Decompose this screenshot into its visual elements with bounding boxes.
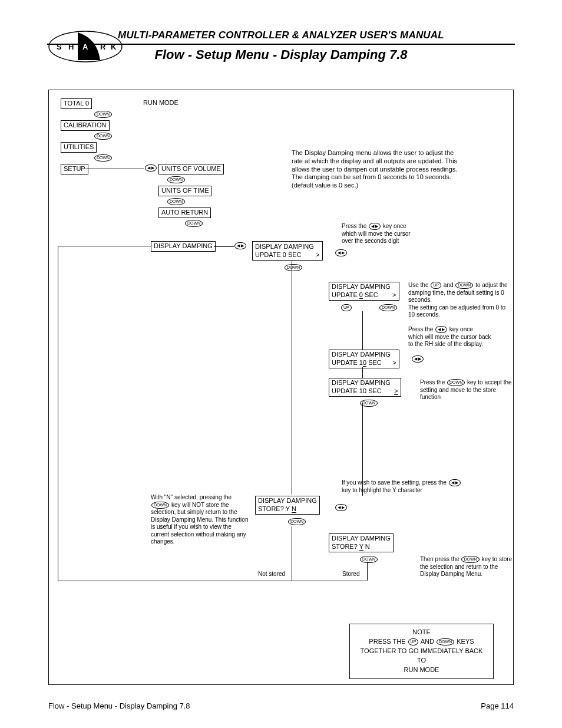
lr-key-icon: ◀ ▶	[335, 249, 347, 256]
stored-label: Stored	[342, 571, 359, 578]
dd1-line1: DISPLAY DAMPING	[255, 242, 320, 251]
menu-total: TOTAL 0	[61, 98, 92, 109]
store1-line2: STORE? Y N	[258, 505, 317, 513]
then-press-down: Then press the DOWN key to store the sel…	[420, 556, 514, 578]
down-key-icon: DOWN	[94, 111, 112, 118]
intro-text: The Display Damping menu allows the user…	[292, 149, 462, 190]
footer-left: Flow - Setup Menu - Display Damping 7.8	[48, 701, 190, 710]
svg-text:S: S	[57, 42, 62, 51]
menu-units-volume: UNITS OF VOLUME	[158, 164, 224, 174]
down-key-icon: DOWN	[185, 220, 203, 227]
press-lr-2: Press the ◀ ▶ key oncewhich will move th…	[408, 326, 511, 348]
dd4-line1: DISPLAY DAMPING	[332, 379, 398, 387]
menu-calibration: CALIBRATION	[61, 120, 110, 131]
lr-key-icon: ◀ ▶	[145, 164, 157, 172]
page: S H A R K MULTI-PARAMETER CONTROLLER & A…	[0, 0, 562, 728]
dd4-line2: UPDATE 10 SEC >	[332, 387, 398, 396]
svg-text:H: H	[68, 42, 74, 51]
shark-logo: S H A R K	[47, 29, 124, 64]
store1-line1: DISPLAY DAMPING	[258, 497, 317, 505]
press-lr-1: Press the ◀ ▶ key oncewhich will move th…	[342, 223, 448, 245]
press-down-accept: Press the DOWN key to accept the setting…	[420, 379, 514, 401]
down-key-icon: DOWN	[285, 264, 302, 271]
store2-line2: STORE? Y N	[332, 543, 391, 551]
dd3-line2: UPDATE 10 SEC >	[332, 359, 396, 367]
down-key-icon: DOWN	[360, 556, 378, 563]
down-key-icon: DOWN	[94, 154, 112, 162]
footer: Flow - Setup Menu - Display Damping 7.8 …	[48, 701, 514, 710]
up-key-icon: UP	[341, 304, 352, 311]
menu-units-time: UNITS OF TIME	[158, 186, 211, 196]
diagram-frame: TOTAL 0 RUN MODE DOWN CALIBRATION DOWN U…	[48, 90, 514, 685]
menu-display-damping: DISPLAY DAMPING	[151, 241, 216, 252]
menu-setup: SETUP	[61, 164, 88, 174]
dd2-line2: UPDATE 0 SEC >	[332, 291, 396, 299]
note-title: NOTE	[356, 628, 487, 637]
dd2-line1: DISPLAY DAMPING	[332, 283, 396, 291]
down-key-icon: DOWN	[167, 176, 185, 183]
lr-key-icon: ◀ ▶	[234, 242, 246, 249]
svg-text:A: A	[82, 42, 88, 51]
menu-auto-return: AUTO RETURN	[158, 207, 211, 218]
header: S H A R K MULTI-PARAMETER CONTROLLER & A…	[47, 29, 515, 62]
svg-text:R: R	[100, 42, 106, 51]
use-updown-text: Use the UP and DOWN to adjust the dampin…	[408, 282, 511, 319]
lr-key-icon: ◀ ▶	[335, 504, 347, 511]
note-box: NOTE PRESS THE UP AND DOWN KEYS TOGETHER…	[349, 624, 494, 679]
svg-text:K: K	[111, 42, 117, 51]
down-key-icon: DOWN	[167, 198, 185, 205]
run-mode-label: RUN MODE	[143, 99, 178, 107]
footer-right: Page 114	[481, 701, 514, 710]
save-prompt: If you wish to save the setting, press t…	[342, 479, 507, 494]
store2-line1: DISPLAY DAMPING	[332, 535, 391, 543]
n-selected-text: With "N" selected, pressing the DOWN key…	[151, 494, 251, 546]
lr-key-icon: ◀ ▶	[412, 355, 424, 363]
down-key-icon: DOWN	[94, 133, 112, 140]
note-body: PRESS THE UP AND DOWN KEYS TOGETHER TO G…	[356, 637, 487, 675]
menu-utilities: UTILITIES	[61, 142, 97, 153]
not-stored-label: Not stored	[258, 571, 285, 578]
dd3-line1: DISPLAY DAMPING	[332, 351, 396, 359]
down-key-icon: DOWN	[379, 304, 397, 311]
down-key-icon: DOWN	[288, 518, 306, 525]
dd1-line2: UPDATE 0 SEC >	[255, 251, 320, 259]
